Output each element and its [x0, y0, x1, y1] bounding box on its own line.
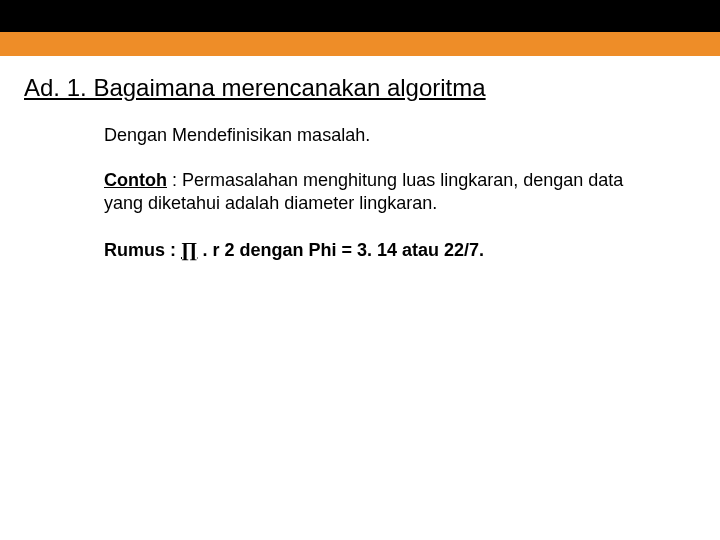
example-text: : Permasalahan menghitung luas lingkaran…	[104, 170, 623, 213]
paragraph-formula: Rumus : ∏ . r 2 dengan Phi = 3. 14 atau …	[104, 237, 664, 263]
pi-symbol: ∏	[181, 238, 197, 260]
paragraph-definition: Dengan Mendefinisikan masalah.	[104, 124, 664, 147]
formula-label: Rumus :	[104, 240, 181, 260]
example-label: Contoh	[104, 170, 167, 190]
formula-rest: . r 2 dengan Phi = 3. 14 atau 22/7.	[197, 240, 484, 260]
body-text-block: Dengan Mendefinisikan masalah. Contoh : …	[104, 124, 664, 263]
paragraph-example: Contoh : Permasalahan menghitung luas li…	[104, 169, 664, 215]
slide-heading: Ad. 1. Bagaimana merencanakan algoritma	[24, 74, 696, 102]
slide-content: Ad. 1. Bagaimana merencanakan algoritma …	[0, 56, 720, 263]
top-orange-bar	[0, 32, 720, 56]
top-black-bar	[0, 0, 720, 32]
